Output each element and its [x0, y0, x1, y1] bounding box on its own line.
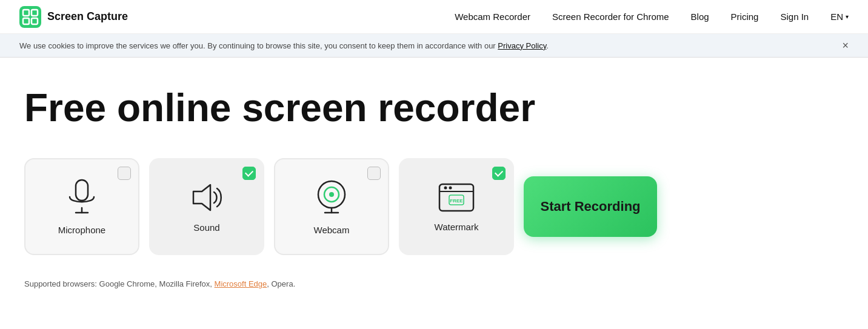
header: Screen Capture Webcam Recorder Screen Re…: [0, 0, 868, 34]
svg-point-11: [329, 192, 334, 197]
microphone-label: Microphone: [58, 225, 105, 235]
logo[interactable]: Screen Capture: [19, 6, 128, 28]
recording-options-row: Microphone Sound: [24, 158, 844, 255]
hero-title: Free online screen recorder: [24, 87, 844, 129]
cookie-banner: We use cookies to improve the services w…: [0, 34, 868, 58]
nav-webcam-recorder[interactable]: Webcam Recorder: [455, 12, 530, 22]
watermark-icon: FREE: [437, 182, 476, 213]
microphone-checkbox[interactable]: [118, 167, 131, 180]
svg-text:FREE: FREE: [450, 198, 463, 204]
watermark-label: Watermark: [435, 222, 479, 232]
watermark-checkbox[interactable]: [492, 167, 506, 180]
nav-screen-recorder[interactable]: Screen Recorder for Chrome: [552, 12, 669, 22]
microphone-icon: [66, 179, 98, 216]
webcam-label: Webcam: [314, 225, 350, 235]
svg-rect-5: [76, 180, 88, 201]
svg-point-16: [444, 186, 447, 189]
cookie-close-button[interactable]: ×: [842, 40, 849, 51]
microphone-card[interactable]: Microphone: [24, 158, 139, 255]
sound-label: Sound: [193, 222, 219, 233]
main-nav: Webcam Recorder Screen Recorder for Chro…: [455, 12, 849, 22]
sound-checkbox[interactable]: [242, 167, 256, 180]
watermark-card[interactable]: FREE Watermark: [399, 158, 514, 255]
supported-browsers-text: Supported browsers: Google Chrome, Mozil…: [24, 279, 844, 288]
sound-icon: [189, 181, 225, 214]
cookie-text: We use cookies to improve the services w…: [19, 41, 549, 50]
webcam-icon: [314, 179, 349, 216]
logo-text: Screen Capture: [47, 10, 128, 23]
webcam-card[interactable]: Webcam: [274, 158, 389, 255]
main-content: Free online screen recorder Microphone: [0, 58, 868, 313]
nav-blog[interactable]: Blog: [691, 12, 709, 22]
nav-signin[interactable]: Sign In: [780, 12, 809, 22]
edge-link[interactable]: Microsoft Edge: [215, 279, 267, 288]
nav-pricing[interactable]: Pricing: [731, 12, 759, 22]
svg-point-17: [449, 186, 452, 189]
svg-rect-0: [19, 6, 41, 28]
language-selector[interactable]: EN ▾: [830, 12, 849, 22]
chevron-down-icon: ▾: [846, 13, 849, 20]
start-recording-button[interactable]: Start Recording: [524, 176, 657, 237]
logo-icon: [19, 6, 41, 28]
privacy-policy-link[interactable]: Privacy Policy: [498, 41, 546, 50]
webcam-checkbox[interactable]: [367, 167, 381, 180]
svg-marker-8: [193, 185, 210, 210]
language-label: EN: [830, 12, 843, 22]
sound-card[interactable]: Sound: [149, 158, 264, 255]
